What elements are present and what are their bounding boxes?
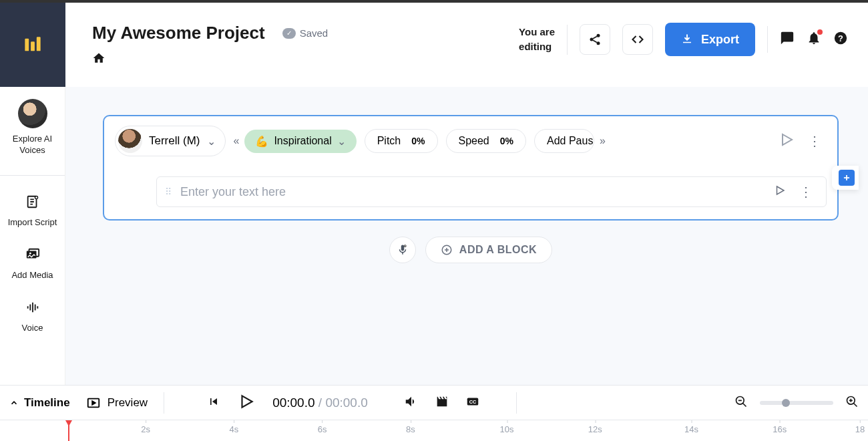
- zoom-slider[interactable]: [760, 401, 833, 405]
- svg-point-3: [596, 34, 600, 37]
- export-button[interactable]: Export: [665, 23, 755, 56]
- check-cloud-icon: ✓: [282, 28, 296, 39]
- expand-icon[interactable]: »: [600, 135, 603, 147]
- skip-back-button[interactable]: [207, 395, 220, 411]
- document-plus-icon: [25, 194, 40, 212]
- sidebar-voice[interactable]: Voice: [19, 300, 46, 334]
- captions-button[interactable]: CC: [465, 394, 480, 412]
- drag-handle-icon[interactable]: ⠿: [165, 186, 172, 197]
- play-row-button[interactable]: [774, 184, 786, 199]
- preview-button[interactable]: Preview: [86, 396, 148, 410]
- svg-rect-1: [31, 41, 35, 51]
- media-icon: [25, 247, 40, 265]
- text-input-row: ⠿ ⋮: [156, 176, 827, 207]
- app-logo[interactable]: [0, 3, 65, 87]
- chevron-down-icon: ⌄: [207, 135, 216, 148]
- text-input[interactable]: [180, 185, 766, 199]
- voice-wave-icon: [25, 300, 40, 317]
- volume-button[interactable]: [404, 394, 419, 412]
- voice-avatar: [118, 129, 142, 153]
- home-button[interactable]: [92, 51, 328, 67]
- embed-button[interactable]: [622, 24, 653, 55]
- add-block-button[interactable]: ADD A BLOCK: [425, 237, 552, 263]
- pitch-control[interactable]: Pitch 0%: [365, 129, 438, 153]
- notifications-icon[interactable]: [807, 31, 821, 48]
- voice-selector[interactable]: Terrell (M) ⌄: [115, 126, 226, 156]
- saved-status: ✓ Saved: [282, 27, 329, 39]
- play-button[interactable]: [238, 393, 255, 413]
- avatar-icon: [18, 99, 47, 128]
- block-more-icon[interactable]: ⋮: [803, 133, 827, 149]
- sidebar-add-media[interactable]: Add Media: [9, 247, 55, 281]
- svg-text:CC: CC: [469, 398, 476, 404]
- play-block-button[interactable]: [779, 132, 795, 150]
- svg-marker-13: [783, 134, 792, 145]
- svg-marker-19: [242, 396, 252, 407]
- speed-control[interactable]: Speed 0%: [446, 129, 527, 153]
- svg-point-12: [29, 252, 31, 254]
- share-button[interactable]: [580, 24, 610, 55]
- floating-add-button[interactable]: [832, 166, 859, 190]
- mic-button[interactable]: [389, 237, 416, 263]
- voice-style-selector[interactable]: 💪 Inspirational ⌄: [244, 130, 356, 153]
- row-more-icon[interactable]: ⋮: [794, 184, 818, 200]
- clapper-button[interactable]: [435, 394, 449, 412]
- playhead[interactable]: [65, 420, 71, 441]
- collapse-icon[interactable]: «: [234, 135, 237, 147]
- svg-marker-14: [777, 186, 785, 194]
- svg-text:?: ?: [838, 33, 843, 43]
- chevron-down-icon: ⌄: [337, 135, 346, 148]
- chat-icon[interactable]: [780, 31, 795, 48]
- svg-rect-0: [25, 39, 29, 51]
- add-pause-button[interactable]: Add Paus: [534, 129, 594, 153]
- svg-point-4: [590, 38, 593, 41]
- sidebar-import-script[interactable]: Import Script: [5, 194, 60, 229]
- project-title[interactable]: My Awesome Project: [92, 23, 265, 43]
- sidebar-explore-voices[interactable]: Explore AI Voices: [0, 99, 65, 156]
- help-icon[interactable]: ?: [833, 31, 848, 48]
- zoom-in-button[interactable]: [845, 395, 859, 411]
- voice-block: Terrell (M) ⌄ « 💪 Inspirational ⌄ Pitch …: [103, 115, 839, 220]
- zoom-out-button[interactable]: [734, 395, 748, 411]
- svg-marker-18: [92, 401, 95, 405]
- svg-rect-2: [37, 37, 41, 51]
- plus-icon: [839, 170, 855, 186]
- timeline-toggle[interactable]: Timeline: [9, 396, 70, 410]
- timeline-ruler[interactable]: 2s 4s 6s 8s 10s 12s 14s 16s 18: [0, 420, 868, 441]
- editing-status: You are editing: [519, 25, 568, 55]
- time-display: 00:00.0 / 00:00.0: [272, 396, 368, 410]
- svg-point-5: [596, 41, 600, 45]
